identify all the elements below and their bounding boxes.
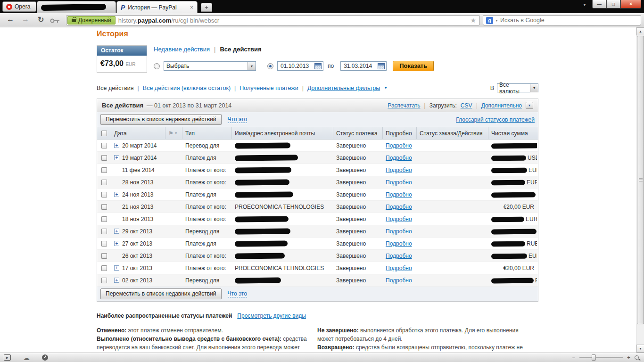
tab-received-payments[interactable]: Полученные платежи (239, 85, 298, 91)
details-link[interactable]: Подробно (386, 167, 412, 173)
col-type[interactable]: Тип (182, 127, 232, 139)
search-box[interactable]: g ▼ (483, 15, 641, 25)
forward-icon[interactable]: → (22, 15, 29, 24)
details-link[interactable]: Подробно (386, 228, 412, 235)
col-details[interactable]: Подробно (383, 127, 417, 139)
expand-row-icon[interactable]: + (114, 192, 119, 197)
maximize-button[interactable]: □ (606, 0, 620, 8)
key-icon[interactable] (50, 18, 60, 24)
tab-menu-icon[interactable]: ▼ (583, 3, 586, 7)
row-checkbox[interactable] (101, 241, 107, 247)
col-order-status[interactable]: Статус заказа/Действия (417, 127, 488, 139)
select-all-checkbox[interactable] (101, 131, 107, 136)
details-link[interactable]: Подробно (386, 216, 412, 222)
view-other-types-link[interactable]: Просмотреть другие виды (237, 313, 306, 319)
expand-row-icon[interactable]: + (114, 155, 119, 160)
more-link[interactable]: Дополнительно (481, 102, 522, 109)
opera-turbo-icon[interactable] (42, 354, 48, 361)
what-is-link[interactable]: Что это (228, 290, 247, 297)
expand-row-icon[interactable]: + (114, 143, 119, 148)
scrollbar-thumb[interactable] (637, 36, 644, 324)
row-checkbox[interactable] (101, 253, 107, 259)
expand-row-icon[interactable]: + (114, 265, 119, 271)
tab-additional-filters[interactable]: Дополнительные фильтры (307, 85, 380, 91)
zoom-menu-icon[interactable] (635, 355, 639, 360)
col-date[interactable]: Дата (111, 127, 165, 139)
panels-toggle-icon[interactable]: ▶ (4, 354, 11, 361)
col-net-amount[interactable]: Чистая сумма (488, 127, 537, 139)
row-checkbox[interactable] (101, 278, 107, 283)
row-checkbox[interactable] (101, 229, 107, 234)
show-button[interactable]: Показать (393, 61, 434, 71)
recent-activity-link[interactable]: Недавние действия (154, 46, 210, 53)
close-button[interactable]: × (620, 0, 641, 8)
more-caret-icon[interactable]: ▼ (526, 102, 533, 109)
sort-caret-icon[interactable]: ▼ (174, 132, 178, 135)
move-to-recent-button[interactable]: Переместить в список недавних действий (100, 114, 222, 125)
opera-menu-button[interactable]: Opera (2, 1, 36, 12)
browser-tab-paypal[interactable]: P История — PayPal × (116, 1, 198, 13)
details-link[interactable]: Подробно (386, 277, 412, 284)
custom-range-radio[interactable] (267, 63, 273, 69)
back-icon[interactable]: ← (7, 15, 14, 24)
browser-tab-1[interactable] (37, 1, 116, 13)
preset-range-radio[interactable] (154, 63, 160, 69)
security-badge[interactable]: Доверенный (67, 16, 116, 25)
address-bar[interactable]: Доверенный history.paypal.com/ru/cgi-bin… (66, 15, 480, 25)
row-checkbox[interactable] (101, 180, 107, 185)
zoom-out-icon[interactable]: − (572, 354, 575, 361)
flag-icon[interactable]: ⚑ (168, 130, 173, 137)
col-name-email[interactable]: Имя/адрес электронной почты (232, 127, 333, 139)
filters-caret-icon[interactable]: ▼ (384, 86, 388, 90)
move-to-recent-button-bottom[interactable]: Переместить в список недавних действий (100, 288, 222, 299)
reload-icon[interactable]: ↻ (38, 15, 44, 24)
details-link[interactable]: Подробно (386, 142, 412, 149)
tab-close-icon[interactable]: × (190, 4, 193, 11)
expand-row-icon[interactable]: + (114, 241, 119, 246)
bookmark-star-icon[interactable]: ★ (470, 16, 476, 24)
range-select[interactable]: Выбрать ▼ (164, 61, 256, 71)
glossary-link[interactable]: Глоссарий статусов платежей (456, 116, 535, 123)
expand-row-icon[interactable]: + (114, 229, 119, 234)
row-checkbox[interactable] (101, 143, 107, 148)
row-checkbox[interactable] (101, 155, 107, 161)
details-link[interactable]: Подробно (386, 204, 412, 210)
row-checkbox[interactable] (101, 216, 107, 222)
calendar-icon[interactable] (378, 63, 385, 69)
minimize-button[interactable]: — (592, 0, 606, 8)
details-link[interactable]: Подробно (386, 253, 412, 259)
csv-link[interactable]: CSV (461, 102, 472, 109)
row-checkbox[interactable] (101, 265, 107, 271)
details-link[interactable]: Подробно (386, 191, 412, 198)
row-checkbox[interactable] (101, 204, 107, 210)
what-is-link[interactable]: Что это (228, 116, 247, 123)
expand-row-icon[interactable]: + (114, 278, 119, 283)
new-tab-button[interactable]: + (201, 3, 212, 12)
details-link[interactable]: Подробно (386, 155, 412, 161)
zoom-slider[interactable] (579, 357, 623, 358)
currency-select[interactable]: Все валюты ▼ (497, 83, 538, 92)
search-input[interactable] (500, 17, 638, 24)
search-engine-caret-icon[interactable]: ▼ (495, 19, 498, 22)
opera-link-cloud-icon[interactable]: ☁ (23, 354, 30, 362)
row-checkbox[interactable] (101, 167, 107, 173)
tab-all-with-balance[interactable]: Все действия (включая остаток) (143, 85, 231, 91)
calendar-icon[interactable] (314, 63, 322, 69)
scroll-down-icon[interactable]: ▼ (636, 345, 644, 353)
row-amount: EUR (488, 253, 537, 259)
date-to-field[interactable]: 31.03.2014 (340, 61, 387, 71)
select-arrow-icon[interactable]: ▼ (530, 84, 538, 92)
print-link[interactable]: Распечатать (388, 102, 420, 109)
date-from-field[interactable]: 01.10.2013 (277, 61, 323, 71)
vertical-scrollbar[interactable]: ▲ ▼ (636, 27, 644, 353)
row-checkbox[interactable] (101, 192, 107, 197)
zoom-slider-thumb[interactable] (592, 354, 596, 361)
zoom-in-icon[interactable]: + (627, 354, 630, 361)
select-arrow-icon[interactable]: ▼ (248, 62, 256, 70)
details-link[interactable]: Подробно (386, 265, 412, 272)
scroll-up-icon[interactable]: ▲ (636, 27, 644, 35)
row-date: 11 фев 2014 (122, 167, 155, 173)
details-link[interactable]: Подробно (386, 240, 412, 247)
col-payment-status[interactable]: Статус платежа (333, 127, 383, 139)
details-link[interactable]: Подробно (386, 179, 412, 186)
